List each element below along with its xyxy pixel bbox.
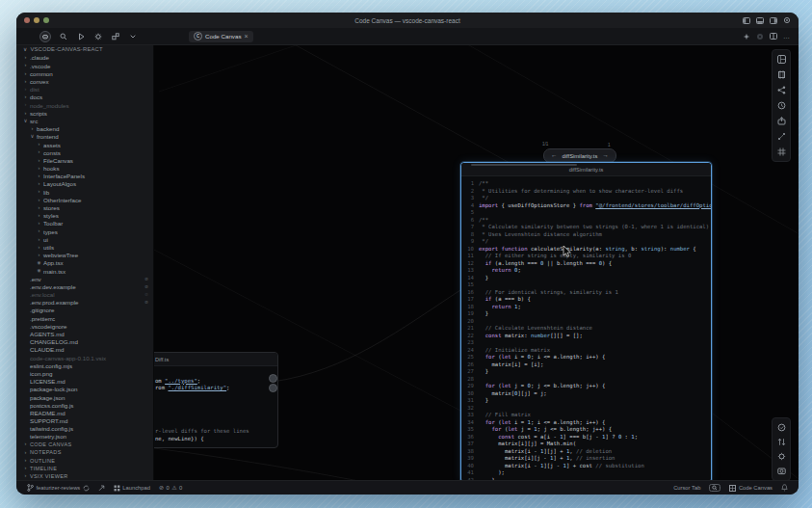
tree-folder-utils[interactable]: ›utils [16, 243, 153, 251]
git-branch-item[interactable]: featurizer-reviews [27, 484, 90, 492]
tree-folder-styles[interactable]: ›styles [16, 212, 153, 220]
toggle-secondary-sidebar-icon[interactable] [770, 17, 777, 24]
tree-folder-frontend[interactable]: ∨frontend [16, 133, 153, 141]
tree-folder-consts[interactable]: ›consts [16, 148, 153, 156]
tree-folder-webviewTree[interactable]: ›webviewTree [16, 252, 153, 259]
connection-port-icon[interactable] [269, 384, 277, 392]
tree-file-CLAUDE.md[interactable]: CLAUDE.md [16, 346, 153, 354]
tree-folder-InterfacePanels[interactable]: ›InterfacePanels [16, 173, 153, 180]
tree-file-package.json[interactable]: package.json [16, 393, 153, 401]
tree-folder-.claude[interactable]: ›.claude [16, 54, 153, 62]
settings-icon[interactable] [93, 32, 103, 41]
tree-file-tailwind.config.js[interactable]: tailwind.config.js [16, 425, 153, 433]
prev-card-icon[interactable]: ← [551, 152, 558, 159]
tree-file-.prettierrc[interactable]: .prettierrc [16, 314, 153, 322]
tree-file-README.md[interactable]: README.md [16, 409, 153, 416]
next-card-icon[interactable]: → [602, 152, 609, 159]
history-icon[interactable] [777, 101, 786, 110]
tree-file-postcss.config.js[interactable]: postcss.config.js [16, 401, 153, 409]
sparkle-icon[interactable] [743, 33, 750, 40]
close-tab-icon[interactable]: × [245, 33, 249, 40]
tree-folder-assets[interactable]: ›assets [16, 141, 153, 148]
sidebar-section-outline[interactable]: ›OUTLINE [16, 456, 153, 464]
settings-icon[interactable] [777, 452, 786, 461]
tree-file-App.tsx[interactable]: ◉App.tsx [16, 259, 153, 267]
tree-folder-scripts[interactable]: ›scripts [16, 109, 153, 117]
remote-indicator[interactable] [98, 485, 105, 492]
connections-icon[interactable] [777, 132, 786, 141]
tree-folder-docs[interactable]: ›docs [16, 94, 153, 101]
code-card-partial-diff[interactable]: Diff.ts om "../types";rom "./diffSimilar… [154, 352, 278, 448]
sidebar-section-code-canvas[interactable]: ›CODE CANVAS [16, 441, 153, 448]
search-icon[interactable] [59, 32, 68, 41]
tree-folder-dist[interactable]: ›dist [16, 86, 153, 94]
tree-folder-convex[interactable]: ›convex [16, 77, 153, 85]
tree-file-telemetry.json[interactable]: telemetry.json [16, 433, 153, 441]
minimize-window-button[interactable] [34, 17, 39, 23]
run-debug-icon[interactable] [76, 32, 86, 41]
tree-folder-types[interactable]: ›types [16, 227, 153, 235]
tree-file-.env.dev.example[interactable]: .env.dev.example⊘ [16, 282, 153, 290]
tree-file-package-lock.json[interactable]: package-lock.json [16, 386, 153, 393]
grid-icon[interactable] [777, 147, 786, 156]
tree-file-.env[interactable]: .env⊘ [16, 275, 153, 282]
cursor-tab-item[interactable]: Cursor Tab [673, 485, 700, 491]
tree-folder-.vscode[interactable]: ›.vscode [16, 62, 153, 69]
tree-folder-ui[interactable]: ›ui [16, 235, 153, 243]
chevron-down-icon[interactable] [128, 32, 138, 41]
customize-layout-icon[interactable] [783, 16, 791, 24]
extensions-icon[interactable] [111, 32, 120, 41]
tree-folder-backend[interactable]: ›backend [16, 125, 153, 133]
export-icon[interactable] [777, 117, 786, 125]
board-icon[interactable] [777, 55, 786, 64]
more-actions-icon[interactable]: … [783, 33, 790, 40]
tree-folder-common[interactable]: ›common [16, 69, 153, 77]
problems-item[interactable]: ⊘ 0 ⚠ 0 [159, 485, 182, 491]
tree-file-SUPPORT.md[interactable]: SUPPORT.md [16, 417, 153, 425]
tree-folder-Toolbar[interactable]: ›Toolbar [16, 220, 153, 227]
close-window-button[interactable] [24, 17, 30, 23]
copilot-icon[interactable] [39, 31, 51, 42]
tree-file-LICENSE.md[interactable]: LICENSE.md [16, 378, 153, 386]
tree-file-main.tsx[interactable]: ◉main.tsx [16, 267, 153, 275]
launchpad-item[interactable]: Launchpad [114, 485, 150, 492]
share-icon[interactable] [777, 86, 786, 94]
frame-icon[interactable] [777, 70, 786, 79]
code-canvas-status-item[interactable]: Code Canvas [729, 485, 773, 492]
tree-file-.vscodeignore[interactable]: .vscodeignore [16, 322, 153, 330]
sidebar-section-vsix-viewer[interactable]: ›VSIX VIEWER [16, 472, 153, 480]
tree-file-AGENTS.md[interactable]: AGENTS.md [16, 330, 153, 337]
bell-icon[interactable] [781, 484, 788, 492]
sidebar-section-timeline[interactable]: ›TIMELINE [16, 465, 153, 472]
connection-port-icon[interactable] [269, 374, 277, 383]
tree-file-icon.png[interactable]: icon.png [16, 369, 153, 377]
explorer-root[interactable]: ∨ VSCODE-CANVAS-REACT [16, 45, 153, 54]
tree-folder-lib[interactable]: ›lib [16, 188, 153, 196]
tree-folder-src[interactable]: ∨src [16, 117, 153, 124]
tree-folder-LayoutAlgos[interactable]: ›LayoutAlgos [16, 180, 153, 188]
snapshot-icon[interactable] [777, 467, 786, 475]
tree-file-CHANGELOG.md[interactable]: CHANGELOG.md [16, 338, 153, 346]
tree-file-code-canvas-app-0.10.1.vsix[interactable]: code-canvas-app-0.10.1.vsix [16, 354, 153, 361]
sidebar-section-notepads[interactable]: ›NOTEPADS [16, 448, 153, 456]
sort-icon[interactable] [777, 438, 786, 446]
tree-folder-OtherInterface[interactable]: ›OtherInterface [16, 196, 153, 203]
tree-file-eslint.config.mjs[interactable]: eslint.config.mjs [16, 361, 153, 369]
reset-view-icon[interactable] [777, 423, 786, 432]
tree-file-.env.local[interactable]: .env.local⊘ [16, 291, 153, 299]
tree-folder-stores[interactable]: ›stores [16, 203, 153, 211]
toggle-sidebar-icon[interactable] [743, 17, 750, 24]
card-scrollbar[interactable] [471, 164, 577, 166]
tab-code-canvas[interactable]: C Code Canvas × [189, 31, 253, 42]
tree-folder-FileCanvas[interactable]: ›FileCanvas [16, 156, 153, 164]
code-card-diffsimilarity[interactable]: diffSimilarity.ts 1/**2 * Utilities for … [460, 162, 712, 480]
tree-folder-node_modules[interactable]: ›node_modules [16, 101, 153, 109]
tree-file-.gitignore[interactable]: .gitignore [16, 307, 153, 314]
tree-file-.env.prod.example[interactable]: .env.prod.example⊘ [16, 299, 153, 307]
search-pill[interactable] [709, 484, 720, 492]
split-editor-icon[interactable] [770, 33, 777, 40]
code-canvas-surface[interactable]: Diff.ts om "../types";rom "./diffSimilar… [154, 45, 799, 480]
settings-gear-icon[interactable] [756, 33, 764, 40]
zoom-window-button[interactable] [43, 17, 49, 23]
toggle-panel-icon[interactable] [756, 17, 764, 24]
